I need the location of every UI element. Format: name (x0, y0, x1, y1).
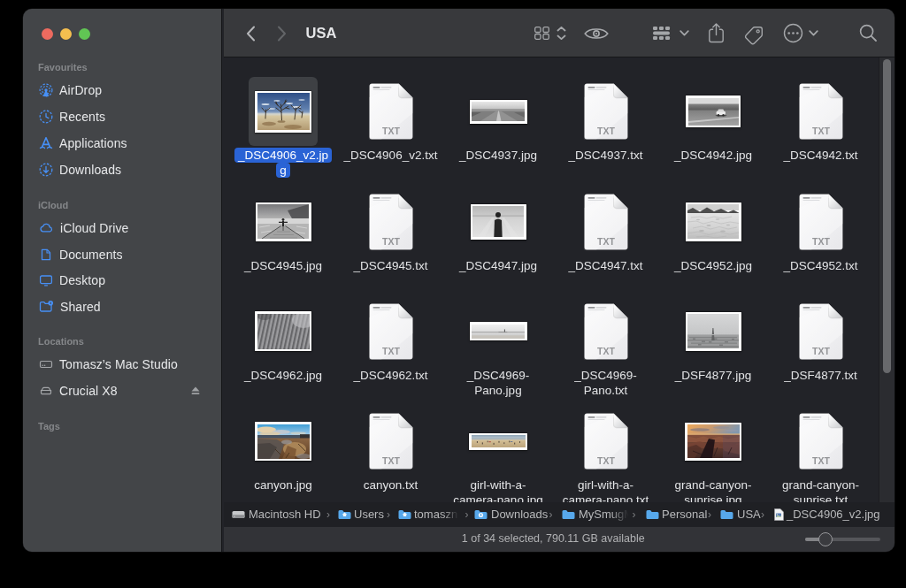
svg-text:TXT: TXT (812, 455, 830, 466)
svg-text:TXT: TXT (382, 455, 400, 466)
svg-text:TXT: TXT (812, 345, 830, 355)
svg-text:TXT: TXT (382, 345, 400, 355)
svg-text:TXT: TXT (597, 126, 615, 136)
svg-text:TXT: TXT (812, 235, 830, 246)
svg-text:TXT: TXT (382, 126, 400, 136)
svg-text:TXT: TXT (812, 126, 830, 136)
svg-text:TXT: TXT (382, 235, 400, 246)
svg-text:TXT: TXT (597, 345, 615, 355)
svg-text:TXT: TXT (597, 455, 615, 466)
svg-text:TXT: TXT (597, 235, 615, 246)
